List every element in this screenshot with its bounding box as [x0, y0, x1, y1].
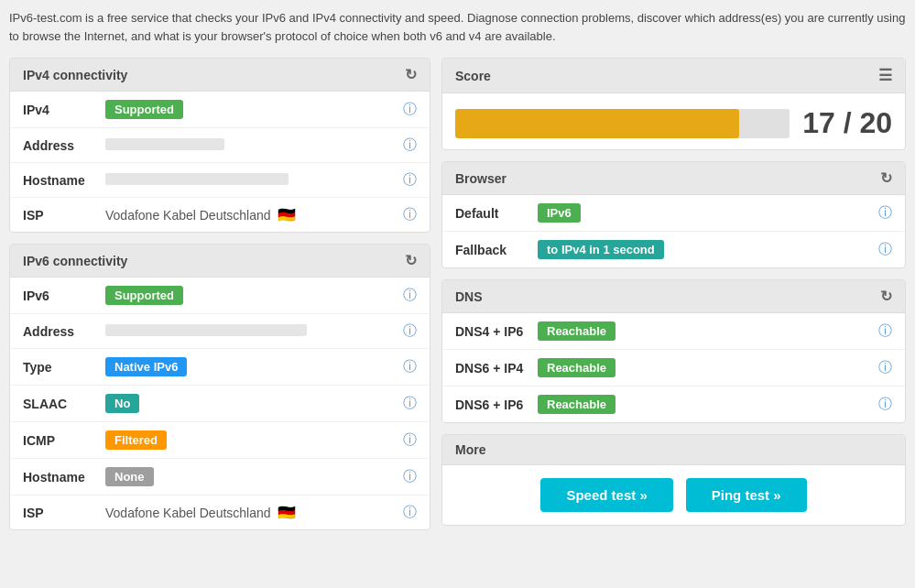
- browser-value-default: IPv6: [538, 203, 878, 223]
- ipv4-help-ipv4[interactable]: ⓘ: [403, 101, 417, 118]
- main-layout: IPv4 connectivity ↻ IPv4 Supported ⓘ Add…: [9, 58, 906, 530]
- ipv6-help-address[interactable]: ⓘ: [403, 322, 417, 340]
- score-card: Score ☰ 17 / 20: [441, 58, 906, 150]
- intro-text: IPv6-test.com is a free service that che…: [9, 9, 906, 45]
- dns-header: DNS ↻: [442, 280, 905, 313]
- ipv6-value-address: [105, 324, 403, 339]
- speed-test-button[interactable]: Speed test »: [540, 478, 672, 512]
- ipv6-help-hostname[interactable]: ⓘ: [403, 468, 417, 485]
- ipv6-hostname-badge: None: [105, 467, 154, 486]
- dns-label-dns6-ip4: DNS6 + IP4: [455, 361, 538, 376]
- ipv4-supported-badge: Supported: [105, 100, 183, 119]
- ipv4-label-isp: ISP: [23, 208, 105, 223]
- dns-value-dns6-ip4: Reachable: [538, 358, 878, 377]
- ipv6-row-type: Type Native IPv6 ⓘ: [10, 349, 430, 386]
- ipv4-hostname-blurred: [105, 173, 289, 185]
- dns-value-dns6-ip6: Reachable: [538, 395, 878, 414]
- ipv4-label-hostname: Hostname: [23, 173, 105, 188]
- dns4-ip6-badge: Reachable: [538, 321, 615, 341]
- browser-row-fallback: Fallback to IPv4 in 1 second ⓘ: [442, 232, 905, 267]
- ipv6-body: IPv6 Supported ⓘ Address ⓘ Type: [10, 278, 430, 529]
- ipv4-value-ipv4: Supported: [105, 100, 403, 119]
- browser-help-default[interactable]: ⓘ: [878, 204, 892, 222]
- ipv6-row-address: Address ⓘ: [10, 314, 430, 349]
- ipv6-label-hostname: Hostname: [23, 470, 105, 485]
- ipv6-label-icmp: ICMP: [23, 433, 105, 448]
- ping-test-button[interactable]: Ping test »: [686, 478, 807, 512]
- ipv6-row-slaac: SLAAC No ⓘ: [10, 386, 430, 422]
- ipv6-supported-badge: Supported: [105, 286, 183, 305]
- ipv6-title: IPv6 connectivity: [23, 254, 127, 268]
- browser-value-fallback: to IPv4 in 1 second: [538, 240, 878, 259]
- ipv6-label-isp: ISP: [23, 506, 105, 520]
- browser-fallback-badge: to IPv4 in 1 second: [538, 240, 664, 259]
- score-list-icon[interactable]: ☰: [878, 66, 892, 85]
- dns-value-dns4-ip6: Reachable: [538, 321, 878, 341]
- dns-help-dns6-ip6[interactable]: ⓘ: [878, 396, 892, 413]
- dns-body: DNS4 + IP6 Reachable ⓘ DNS6 + IP4 Reacha…: [442, 313, 905, 422]
- ipv4-address-blurred: [105, 138, 224, 150]
- dns-label-dns6-ip6: DNS6 + IP6: [455, 397, 538, 412]
- more-buttons: Speed test » Ping test »: [442, 465, 905, 525]
- left-column: IPv4 connectivity ↻ IPv4 Supported ⓘ Add…: [9, 58, 430, 530]
- score-bar-wrap: [455, 109, 790, 138]
- ipv6-row-hostname: Hostname None ⓘ: [10, 459, 430, 495]
- ipv6-help-type[interactable]: ⓘ: [403, 358, 417, 376]
- ipv4-row-ipv4: IPv4 Supported ⓘ: [10, 92, 430, 128]
- ipv6-card: IPv6 connectivity ↻ IPv6 Supported ⓘ Add…: [9, 244, 430, 530]
- ipv4-isp-flag: 🇩🇪: [278, 206, 296, 223]
- browser-title: Browser: [455, 171, 507, 186]
- browser-header: Browser ↻: [442, 162, 905, 195]
- right-column: Score ☰ 17 / 20 Browser ↻ Default: [441, 58, 906, 530]
- browser-label-fallback: Fallback: [455, 243, 538, 257]
- browser-label-default: Default: [455, 206, 538, 221]
- ipv6-row-icmp: ICMP Filtered ⓘ: [10, 422, 430, 459]
- ipv4-help-hostname[interactable]: ⓘ: [403, 171, 417, 189]
- dns-refresh-icon[interactable]: ↻: [880, 288, 892, 305]
- ipv6-address-blurred: [105, 324, 307, 336]
- ipv4-card: IPv4 connectivity ↻ IPv4 Supported ⓘ Add…: [9, 58, 430, 233]
- ipv4-label-address: Address: [23, 138, 105, 153]
- ipv6-value-type: Native IPv6: [105, 357, 403, 376]
- ipv6-value-icmp: Filtered: [105, 430, 403, 450]
- browser-default-badge: IPv6: [538, 203, 581, 223]
- score-title: Score: [455, 69, 491, 83]
- dns-row-dns6-ip4: DNS6 + IP4 Reachable ⓘ: [442, 350, 905, 387]
- ipv4-row-address: Address ⓘ: [10, 128, 430, 163]
- ipv6-value-hostname: None: [105, 467, 403, 486]
- ipv6-label-ipv6: IPv6: [23, 289, 105, 303]
- dns-row-dns6-ip6: DNS6 + IP6 Reachable ⓘ: [442, 387, 905, 422]
- ipv4-help-address[interactable]: ⓘ: [403, 136, 417, 154]
- ipv6-value-ipv6: Supported: [105, 286, 403, 305]
- ipv4-help-isp[interactable]: ⓘ: [403, 206, 417, 223]
- dns-help-dns4-ip6[interactable]: ⓘ: [878, 322, 892, 340]
- ipv6-help-icmp[interactable]: ⓘ: [403, 431, 417, 449]
- score-bar-container: 17 / 20: [442, 93, 905, 149]
- more-header: More: [442, 435, 905, 465]
- browser-card: Browser ↻ Default IPv6 ⓘ Fallback to IPv…: [441, 161, 906, 268]
- more-title: More: [455, 442, 485, 457]
- score-bar-fill: [455, 109, 739, 138]
- browser-help-fallback[interactable]: ⓘ: [878, 241, 892, 258]
- browser-refresh-icon[interactable]: ↻: [880, 169, 892, 187]
- ipv4-body: IPv4 Supported ⓘ Address ⓘ Hostname: [10, 92, 430, 232]
- ipv4-refresh-icon[interactable]: ↻: [405, 66, 417, 83]
- dns6-ip4-badge: Reachable: [538, 358, 615, 377]
- ipv6-type-badge: Native IPv6: [105, 357, 187, 376]
- ipv6-help-ipv6[interactable]: ⓘ: [403, 287, 417, 304]
- ipv6-label-address: Address: [23, 324, 105, 339]
- score-header: Score ☰: [442, 59, 905, 93]
- ipv4-value-hostname: [105, 173, 403, 188]
- ipv4-title: IPv4 connectivity: [23, 68, 127, 82]
- dns6-ip6-badge: Reachable: [538, 395, 615, 414]
- dns-help-dns6-ip4[interactable]: ⓘ: [878, 359, 892, 376]
- ipv4-row-isp: ISP Vodafone Kabel Deutschland 🇩🇪 ⓘ: [10, 198, 430, 232]
- dns-title: DNS: [455, 289, 483, 304]
- more-card: More Speed test » Ping test »: [441, 434, 906, 526]
- ipv6-refresh-icon[interactable]: ↻: [405, 252, 417, 269]
- ipv6-help-slaac[interactable]: ⓘ: [403, 395, 417, 412]
- ipv6-help-isp[interactable]: ⓘ: [403, 504, 417, 521]
- ipv6-value-slaac: No: [105, 394, 403, 413]
- ipv4-header: IPv4 connectivity ↻: [10, 59, 430, 92]
- dns-row-dns4-ip6: DNS4 + IP6 Reachable ⓘ: [442, 313, 905, 350]
